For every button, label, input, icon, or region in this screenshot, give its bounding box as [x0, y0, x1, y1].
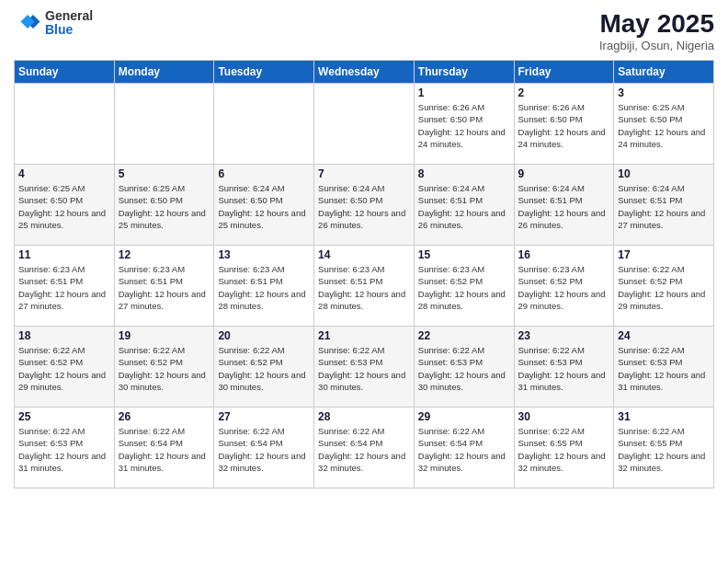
table-row: 1Sunrise: 6:26 AM Sunset: 6:50 PM Daylig…	[414, 84, 514, 165]
day-info: Sunrise: 6:22 AM Sunset: 6:54 PM Dayligh…	[318, 425, 410, 474]
day-info: Sunrise: 6:22 AM Sunset: 6:54 PM Dayligh…	[218, 425, 310, 474]
table-row: 24Sunrise: 6:22 AM Sunset: 6:53 PM Dayli…	[614, 327, 714, 408]
day-number: 22	[418, 329, 510, 342]
day-number: 30	[518, 410, 610, 423]
day-number: 20	[218, 329, 310, 342]
col-saturday: Saturday	[614, 61, 714, 84]
table-row: 23Sunrise: 6:22 AM Sunset: 6:53 PM Dayli…	[514, 327, 614, 408]
day-info: Sunrise: 6:22 AM Sunset: 6:53 PM Dayligh…	[618, 344, 710, 393]
table-row: 31Sunrise: 6:22 AM Sunset: 6:55 PM Dayli…	[614, 408, 714, 488]
table-row: 29Sunrise: 6:22 AM Sunset: 6:54 PM Dayli…	[414, 408, 514, 488]
logo-blue-label: Blue	[45, 23, 93, 37]
col-friday: Friday	[514, 61, 614, 84]
day-info: Sunrise: 6:23 AM Sunset: 6:51 PM Dayligh…	[18, 263, 110, 312]
table-row: 13Sunrise: 6:23 AM Sunset: 6:51 PM Dayli…	[214, 246, 314, 327]
table-row: 15Sunrise: 6:23 AM Sunset: 6:52 PM Dayli…	[414, 246, 514, 327]
table-row: 26Sunrise: 6:22 AM Sunset: 6:54 PM Dayli…	[114, 408, 214, 488]
table-row	[314, 84, 415, 165]
calendar-week-row: 1Sunrise: 6:26 AM Sunset: 6:50 PM Daylig…	[15, 84, 714, 165]
table-row	[15, 84, 115, 165]
calendar-subtitle: Iragbiji, Osun, Nigeria	[599, 39, 714, 52]
day-info: Sunrise: 6:22 AM Sunset: 6:52 PM Dayligh…	[119, 344, 210, 393]
table-row: 14Sunrise: 6:23 AM Sunset: 6:51 PM Dayli…	[314, 246, 415, 327]
day-info: Sunrise: 6:26 AM Sunset: 6:50 PM Dayligh…	[418, 101, 510, 150]
calendar-table: Sunday Monday Tuesday Wednesday Thursday…	[14, 60, 714, 488]
day-info: Sunrise: 6:23 AM Sunset: 6:51 PM Dayligh…	[318, 263, 410, 312]
col-thursday: Thursday	[414, 61, 514, 84]
day-number: 16	[518, 248, 610, 261]
calendar-week-row: 18Sunrise: 6:22 AM Sunset: 6:52 PM Dayli…	[15, 327, 714, 408]
day-info: Sunrise: 6:24 AM Sunset: 6:51 PM Dayligh…	[418, 182, 510, 231]
day-number: 12	[119, 248, 210, 261]
day-info: Sunrise: 6:22 AM Sunset: 6:55 PM Dayligh…	[518, 425, 610, 474]
day-info: Sunrise: 6:23 AM Sunset: 6:52 PM Dayligh…	[518, 263, 610, 312]
title-block: May 2025 Iragbiji, Osun, Nigeria	[599, 9, 714, 52]
day-number: 7	[318, 167, 410, 180]
day-info: Sunrise: 6:23 AM Sunset: 6:51 PM Dayligh…	[218, 263, 310, 312]
col-wednesday: Wednesday	[314, 61, 415, 84]
day-number: 29	[418, 410, 510, 423]
day-info: Sunrise: 6:23 AM Sunset: 6:51 PM Dayligh…	[119, 263, 210, 312]
day-info: Sunrise: 6:24 AM Sunset: 6:51 PM Dayligh…	[518, 182, 610, 231]
day-number: 23	[518, 329, 610, 342]
day-info: Sunrise: 6:24 AM Sunset: 6:51 PM Dayligh…	[618, 182, 710, 231]
day-info: Sunrise: 6:22 AM Sunset: 6:52 PM Dayligh…	[18, 344, 110, 393]
calendar-week-row: 4Sunrise: 6:25 AM Sunset: 6:50 PM Daylig…	[15, 165, 714, 246]
day-number: 2	[518, 86, 610, 99]
table-row: 10Sunrise: 6:24 AM Sunset: 6:51 PM Dayli…	[614, 165, 714, 246]
day-info: Sunrise: 6:22 AM Sunset: 6:53 PM Dayligh…	[418, 344, 510, 393]
table-row: 7Sunrise: 6:24 AM Sunset: 6:50 PM Daylig…	[314, 165, 415, 246]
table-row: 5Sunrise: 6:25 AM Sunset: 6:50 PM Daylig…	[114, 165, 214, 246]
day-number: 28	[318, 410, 410, 423]
table-row: 21Sunrise: 6:22 AM Sunset: 6:53 PM Dayli…	[314, 327, 415, 408]
day-number: 27	[218, 410, 310, 423]
day-number: 3	[618, 86, 710, 99]
table-row: 9Sunrise: 6:24 AM Sunset: 6:51 PM Daylig…	[514, 165, 614, 246]
table-row: 16Sunrise: 6:23 AM Sunset: 6:52 PM Dayli…	[514, 246, 614, 327]
calendar-header-row: Sunday Monday Tuesday Wednesday Thursday…	[15, 61, 714, 84]
calendar-week-row: 11Sunrise: 6:23 AM Sunset: 6:51 PM Dayli…	[15, 246, 714, 327]
table-row: 27Sunrise: 6:22 AM Sunset: 6:54 PM Dayli…	[214, 408, 314, 488]
day-info: Sunrise: 6:22 AM Sunset: 6:53 PM Dayligh…	[18, 425, 110, 474]
day-info: Sunrise: 6:23 AM Sunset: 6:52 PM Dayligh…	[418, 263, 510, 312]
day-info: Sunrise: 6:22 AM Sunset: 6:54 PM Dayligh…	[418, 425, 510, 474]
day-number: 19	[119, 329, 210, 342]
day-info: Sunrise: 6:25 AM Sunset: 6:50 PM Dayligh…	[618, 101, 710, 150]
day-info: Sunrise: 6:22 AM Sunset: 6:52 PM Dayligh…	[218, 344, 310, 393]
day-info: Sunrise: 6:22 AM Sunset: 6:53 PM Dayligh…	[318, 344, 410, 393]
day-number: 21	[318, 329, 410, 342]
day-info: Sunrise: 6:22 AM Sunset: 6:54 PM Dayligh…	[119, 425, 210, 474]
calendar-week-row: 25Sunrise: 6:22 AM Sunset: 6:53 PM Dayli…	[15, 408, 714, 488]
table-row: 20Sunrise: 6:22 AM Sunset: 6:52 PM Dayli…	[214, 327, 314, 408]
day-info: Sunrise: 6:24 AM Sunset: 6:50 PM Dayligh…	[218, 182, 310, 231]
table-row: 25Sunrise: 6:22 AM Sunset: 6:53 PM Dayli…	[15, 408, 115, 488]
day-number: 11	[18, 248, 110, 261]
day-number: 17	[618, 248, 710, 261]
day-number: 13	[218, 248, 310, 261]
col-sunday: Sunday	[15, 61, 115, 84]
day-info: Sunrise: 6:26 AM Sunset: 6:50 PM Dayligh…	[518, 101, 610, 150]
logo-text: General Blue	[45, 9, 93, 38]
day-info: Sunrise: 6:25 AM Sunset: 6:50 PM Dayligh…	[18, 182, 110, 231]
day-number: 15	[418, 248, 510, 261]
day-number: 26	[119, 410, 210, 423]
day-number: 25	[18, 410, 110, 423]
table-row: 6Sunrise: 6:24 AM Sunset: 6:50 PM Daylig…	[214, 165, 314, 246]
day-info: Sunrise: 6:22 AM Sunset: 6:55 PM Dayligh…	[618, 425, 710, 474]
logo-general-label: General	[45, 9, 93, 23]
table-row: 2Sunrise: 6:26 AM Sunset: 6:50 PM Daylig…	[514, 84, 614, 165]
day-number: 8	[418, 167, 510, 180]
table-row	[214, 84, 314, 165]
col-monday: Monday	[114, 61, 214, 84]
table-row: 11Sunrise: 6:23 AM Sunset: 6:51 PM Dayli…	[15, 246, 115, 327]
day-info: Sunrise: 6:22 AM Sunset: 6:52 PM Dayligh…	[618, 263, 710, 312]
logo: General Blue	[14, 9, 93, 38]
calendar-title: May 2025	[599, 9, 714, 39]
logo-icon	[14, 9, 41, 37]
day-number: 5	[119, 167, 210, 180]
table-row: 17Sunrise: 6:22 AM Sunset: 6:52 PM Dayli…	[614, 246, 714, 327]
table-row: 4Sunrise: 6:25 AM Sunset: 6:50 PM Daylig…	[15, 165, 115, 246]
day-info: Sunrise: 6:25 AM Sunset: 6:50 PM Dayligh…	[119, 182, 210, 231]
table-row: 22Sunrise: 6:22 AM Sunset: 6:53 PM Dayli…	[414, 327, 514, 408]
table-row: 30Sunrise: 6:22 AM Sunset: 6:55 PM Dayli…	[514, 408, 614, 488]
